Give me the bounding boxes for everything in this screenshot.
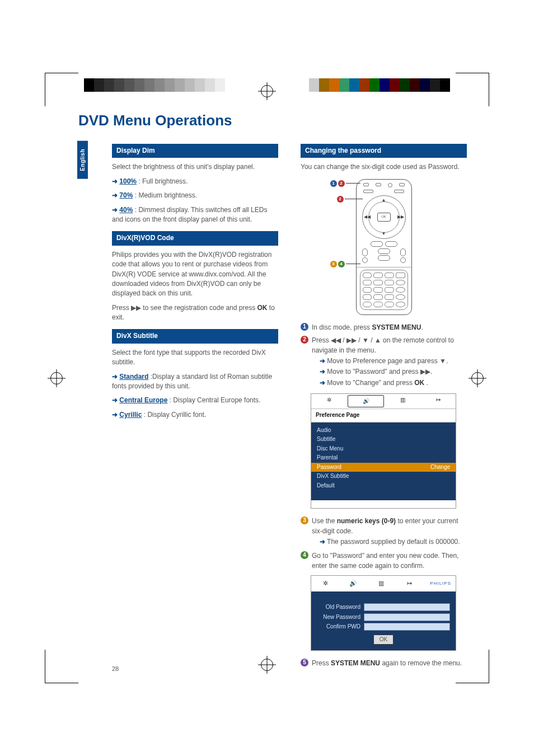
step-3: 3 Use the numeric keys (0-9) to enter yo… [301,516,467,548]
step-2: 2 Press ◀◀ / ▶▶ / ▼ / ▲ on the remote co… [301,336,467,389]
remote-keypad [360,270,408,310]
osd-item-parental: Parental [317,454,450,462]
osd-password-body: Old Password New Password Confirm PWD OK [311,591,456,650]
general-tab-icon [311,394,346,406]
divx-vod-press: Press ▶▶ to see the registration code an… [112,303,278,323]
option-70-desc: : Medium brightness. [135,191,197,199]
arrow-icon: ➜ [320,357,325,365]
step-number-4: 4 [301,551,308,559]
option-ce-label: Central Europe [119,396,167,404]
option-40: ➜ 40% : Dimmest display. This switches o… [112,205,278,225]
fast-forward-icon: ▶▶ [131,304,141,312]
preference-tab-icon [395,579,423,588]
change-password-intro: You can change the six-digit code used a… [301,162,467,172]
divx-vod-body: Philips provides you with the DivX(R)VOD… [112,250,278,299]
option-100-label: 100% [119,177,137,185]
option-70-label: 70% [119,191,133,199]
arrow-icon: ➜ [112,206,119,214]
step-number-3: 3 [301,516,308,524]
color-calibration-bar-left [84,78,225,92]
preference-tab-icon [420,394,456,406]
new-password-field [364,613,450,621]
option-100-desc: : Full brightness. [138,177,188,185]
divx-subtitle-intro: Select the font type that supports the r… [112,348,278,368]
step-number-5: 5 [301,659,308,666]
remote-skip-row [360,241,408,247]
step-1: 1 In disc mode, press SYSTEM MENU. [301,323,467,332]
system-menu-label: SYSTEM MENU [331,659,380,667]
option-standard-label: Standard [119,373,148,381]
color-calibration-bar-right [309,78,450,92]
registration-mark-icon [261,85,273,97]
arrow-icon: ➜ [320,538,325,546]
osd-preference-page: Preference Page Audio Subtitle Disc Menu… [311,393,456,509]
option-40-label: 40% [119,206,133,214]
osd-item-subtitle: Subtitle [317,435,450,444]
numeric-keys-label: numeric keys (0-9) [337,517,396,525]
left-arrow-icon: ◀◀ [364,214,371,220]
option-100: ➜ 100% : Full brightness. [112,177,278,186]
display-dim-intro: Select the brightness of this unit's dis… [112,162,278,172]
arrow-icon: ➜ [112,373,119,381]
registration-mark-icon [471,372,484,384]
page-number: 28 [112,665,119,672]
callout-1-2-top: 12 [330,180,360,187]
option-standard: ➜ Standard :Display a standard list of R… [112,372,278,392]
osd-title: Preference Page [311,409,456,422]
osd-item-default: Default [317,482,450,490]
general-tab-icon [311,579,339,588]
page-content: DVD Menu Operations English Display Dim … [78,112,467,666]
old-password-field [364,603,450,611]
remote-ok-button: OK [377,213,391,222]
callout-3-4-keypad: 34 [330,261,360,267]
remote-control-diagram: 12 2 34 [334,179,434,315]
osd-ok-button: OK [373,635,394,645]
arrow-icon: ➜ [112,411,119,419]
option-ce-desc: : Display Central Europe fonts. [170,396,261,404]
arrow-icon: ➜ [320,379,325,387]
audio-tab-icon [339,579,367,588]
remote-dpad: ▲ ▼ ◀◀ ▶▶ OK [362,195,406,239]
section-head-change-password: Changing the password [301,144,467,158]
step-4: 4 Go to "Password" and enter you new cod… [301,551,467,571]
step-number-2: 2 [301,336,308,344]
option-cyrillic: ➜ Cyrillic : Display Cyrillic font. [112,410,278,420]
remote-top-row [360,183,408,189]
ok-label: OK [257,304,267,312]
manual-page: DVD Menu Operations English Display Dim … [0,0,534,756]
option-central-europe: ➜ Central Europe : Display Central Europ… [112,396,278,405]
osd-menu-body: Audio Subtitle Disc Menu Parental Passwo… [311,422,456,501]
old-password-label: Old Password [317,603,360,612]
system-menu-label: SYSTEM MENU [372,323,421,331]
right-column: Changing the password You can change the… [301,137,467,672]
arrow-icon: ➜ [112,177,119,185]
step-2-text: Press ◀◀ / ▶▶ / ▼ / ▲ on the remote cont… [312,336,454,354]
remote-top-row-2 [360,189,408,194]
section-head-divx-subtitle: DivX Subtitle [112,329,278,343]
right-arrow-icon: ▶▶ [397,214,404,220]
osd-item-password: Password [317,463,430,472]
page-title: DVD Menu Operations [78,112,467,129]
section-head-display-dim: Display Dim [112,144,278,158]
step-4-text: Go to "Password" and enter you new code.… [312,551,467,571]
language-tab: English [77,141,88,179]
step-number-1: 1 [301,323,308,331]
option-70: ➜ 70% : Medium brightness. [112,191,278,200]
osd-item-password-value: Change [430,463,450,472]
section-head-divx-vod: DivX(R)VOD Code [112,231,278,245]
left-column: Display Dim Select the brightness of thi… [112,137,278,672]
confirm-password-label: Confirm PWD [317,623,360,631]
down-arrow-icon: ▼ [382,231,386,237]
new-password-label: New Password [317,613,360,622]
up-arrow-icon: ▲ [382,197,386,204]
remote-mid-row [360,247,408,265]
osd-item-audio: Audio [317,426,450,435]
arrow-icon: ➜ [112,396,119,404]
step-5: 5 Press SYSTEM MENU again to remove the … [301,659,467,668]
arrow-icon: ➜ [112,191,119,199]
remote-body: ▲ ▼ ◀◀ ▶▶ OK [356,179,412,315]
option-cy-desc: : Display Cyrillic font. [144,411,206,419]
osd-item-discmenu: Disc Menu [317,445,450,453]
callout-2-dpad: 2 [337,196,363,203]
confirm-password-field [364,623,450,631]
